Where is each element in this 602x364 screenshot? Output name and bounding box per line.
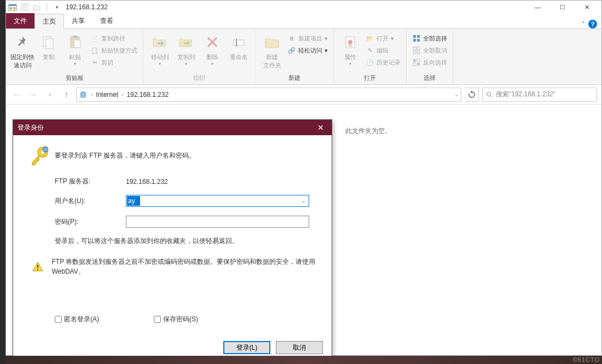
key-icon xyxy=(29,145,50,166)
search-box[interactable]: 搜索"192.168.1.232" xyxy=(482,88,597,102)
copy-to-icon xyxy=(177,33,195,51)
edit-button[interactable]: ✎编辑 xyxy=(363,44,403,56)
password-input[interactable] xyxy=(126,216,309,228)
svg-rect-25 xyxy=(413,51,416,54)
new-folder-icon xyxy=(263,33,281,51)
svg-rect-30 xyxy=(417,63,420,66)
copy-button[interactable]: 复制 xyxy=(36,32,62,62)
anonymous-checkbox[interactable]: 匿名登录(A) xyxy=(55,315,99,324)
svg-rect-3 xyxy=(13,7,15,9)
svg-rect-20 xyxy=(417,35,420,38)
ribbon-collapse-icon[interactable]: ˄ xyxy=(582,21,585,28)
select-all-button[interactable]: 全部选择 xyxy=(410,32,449,44)
qat-dropdown-icon[interactable]: ▼ xyxy=(53,3,61,11)
nav-forward-button[interactable]: → xyxy=(27,88,40,101)
group-organize-label: 组织 xyxy=(193,73,205,83)
new-item-icon: 🗎 xyxy=(287,34,296,43)
minimize-button[interactable]: — xyxy=(525,1,550,14)
svg-rect-29 xyxy=(413,63,416,66)
dialog-title: 登录身份 xyxy=(18,123,44,132)
history-button[interactable]: 🕑历史记录 xyxy=(363,56,403,68)
pin-icon xyxy=(14,33,31,51)
invert-selection-button[interactable]: 反向选择 xyxy=(410,56,449,68)
svg-rect-15 xyxy=(233,40,244,45)
cut-button[interactable]: ✂剪切 xyxy=(88,56,140,68)
delete-icon xyxy=(204,33,221,51)
copy-to-button[interactable]: 复制到▾ xyxy=(173,32,199,67)
svg-rect-23 xyxy=(413,47,416,50)
svg-rect-22 xyxy=(417,39,420,42)
move-to-button[interactable]: 移动到▾ xyxy=(147,32,173,67)
move-to-icon xyxy=(151,33,169,51)
refresh-button[interactable] xyxy=(465,88,479,102)
invert-icon xyxy=(412,58,421,67)
edit-icon: ✎ xyxy=(366,46,374,55)
favorites-note: 登录后，可以将这个服务器添加到你的收藏夹，以便轻易返回。 xyxy=(55,236,239,246)
chevron-down-icon[interactable]: ⌄ xyxy=(299,195,309,206)
tab-share[interactable]: 共享 xyxy=(64,13,92,28)
group-open-label: 打开 xyxy=(364,73,376,83)
svg-rect-9 xyxy=(45,39,53,49)
nav-up-button[interactable]: ↑ xyxy=(60,88,73,101)
paste-icon xyxy=(66,33,84,51)
open-button[interactable]: 📂打开 ▾ xyxy=(363,32,403,44)
tab-view[interactable]: 查看 xyxy=(92,13,121,28)
paste-shortcut-icon: 📋 xyxy=(90,46,99,55)
username-input[interactable] xyxy=(127,196,140,206)
nav-back-button[interactable]: ← xyxy=(10,88,24,101)
server-value: 192.168.1.232 xyxy=(126,178,168,186)
easy-access-button[interactable]: 🔗轻松访问 ▾ xyxy=(285,44,330,56)
save-password-checkbox-input[interactable] xyxy=(154,316,161,323)
svg-point-42 xyxy=(37,269,38,270)
open-icon: 📂 xyxy=(366,34,374,43)
cut-icon: ✂ xyxy=(90,58,99,67)
svg-rect-27 xyxy=(413,59,416,62)
username-combobox[interactable]: ⌄ xyxy=(126,195,309,207)
close-button[interactable]: ✕ xyxy=(575,1,599,14)
paste-shortcut-button[interactable]: 📋粘贴快捷方式 xyxy=(88,44,140,56)
anonymous-checkbox-input[interactable] xyxy=(55,316,62,323)
copy-path-icon: 📄 xyxy=(90,34,99,43)
menubar: 文件 主页 共享 查看 ˄ ? xyxy=(6,14,601,29)
file-menu[interactable]: 文件 xyxy=(6,13,34,28)
empty-folder-text: 此文件夹为空。 xyxy=(345,126,391,136)
server-label: FTP 服务器: xyxy=(55,177,126,186)
svg-point-39 xyxy=(43,147,48,152)
paste-button[interactable]: 粘贴 ▾ xyxy=(62,32,88,67)
svg-rect-19 xyxy=(413,35,416,38)
login-dialog: 登录身份 ✕ 要登录到该 FTP 服务器，请键入用户名和密码。 FTP 服务器:… xyxy=(13,119,332,360)
rename-button[interactable]: 重命名 xyxy=(225,32,252,62)
group-new-label: 新建 xyxy=(288,73,300,83)
svg-rect-24 xyxy=(417,47,420,50)
new-folder-button[interactable]: 新建 文件夹 xyxy=(259,32,285,71)
select-none-button[interactable]: 全部取消 xyxy=(410,44,449,56)
qat-properties-icon[interactable] xyxy=(20,3,29,11)
copy-path-button[interactable]: 📄复制路径 xyxy=(88,32,140,44)
delete-button[interactable]: 删除▾ xyxy=(199,32,225,67)
svg-point-35 xyxy=(487,92,491,96)
watermark: ©51CTO xyxy=(573,356,600,363)
help-icon[interactable]: ? xyxy=(588,20,597,28)
svg-rect-28 xyxy=(417,59,420,62)
qat-newfolder-icon[interactable] xyxy=(32,3,41,11)
address-box[interactable]: › Internet › 192.168.1.232 ⌄ xyxy=(76,88,461,102)
login-button[interactable]: 登录(L) xyxy=(223,341,270,354)
address-dropdown-icon[interactable]: ⌄ xyxy=(454,91,459,97)
breadcrumb-host[interactable]: 192.168.1.232 xyxy=(126,91,169,99)
ribbon: 固定到快 速访问 复制 粘贴 ▾ 📄复制路径 📋粘贴快捷方式 ✂剪切 剪贴板 xyxy=(6,29,601,85)
new-item-button[interactable]: 🗎新建项目 ▾ xyxy=(285,32,330,44)
maximize-button[interactable]: ☐ xyxy=(550,1,575,14)
save-password-checkbox[interactable]: 保存密码(S) xyxy=(154,315,198,324)
tab-home[interactable]: 主页 xyxy=(34,14,64,29)
nav-recent-button[interactable]: ▾ xyxy=(43,88,56,101)
svg-rect-11 xyxy=(73,36,77,38)
pin-button[interactable]: 固定到快 速访问 xyxy=(9,32,36,71)
easy-access-icon: 🔗 xyxy=(287,46,296,55)
cancel-button[interactable]: 取消 xyxy=(276,341,323,354)
copy-icon xyxy=(40,33,57,51)
app-icon xyxy=(8,3,17,11)
properties-button[interactable]: 属性▾ xyxy=(337,32,363,67)
breadcrumb-internet[interactable]: Internet xyxy=(96,91,118,99)
rename-icon xyxy=(230,33,247,51)
dialog-close-button[interactable]: ✕ xyxy=(310,120,332,135)
